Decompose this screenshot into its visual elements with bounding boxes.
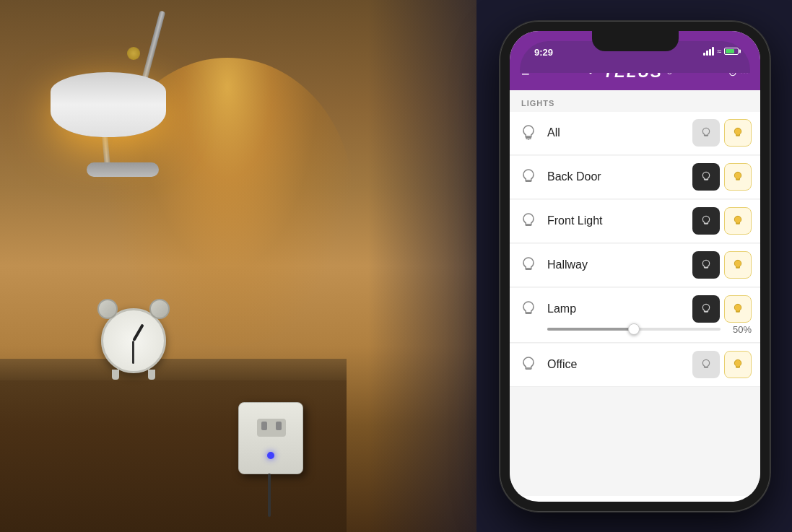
clock-bell-left <box>97 299 118 319</box>
light-item-frontlight: Front Light <box>510 200 760 243</box>
light-off-btn-lamp[interactable] <box>692 295 720 323</box>
light-off-btn-office[interactable] <box>692 351 720 378</box>
app-content: LIGHTS All <box>510 90 760 496</box>
background-photo <box>0 0 476 532</box>
plug-led-indicator <box>267 452 274 459</box>
phone-screen: 9:29 ≈ ≡ <box>510 31 760 502</box>
table-top <box>0 359 347 380</box>
battery-fill <box>726 49 734 53</box>
light-item-backdoor: Back Door <box>510 156 760 199</box>
light-off-btn-backdoor[interactable] <box>692 163 720 191</box>
light-item-office: Office <box>510 344 760 387</box>
light-item-all: All <box>510 112 760 155</box>
signal-icon <box>703 47 714 56</box>
light-on-btn-backdoor[interactable] <box>724 163 752 191</box>
battery-icon <box>724 48 739 55</box>
light-controls-frontlight <box>692 207 752 235</box>
alarm-clock <box>101 308 166 373</box>
clock-face <box>101 308 166 373</box>
clock-bell-right <box>149 299 170 319</box>
light-off-btn-all[interactable] <box>692 119 720 147</box>
light-controls-all <box>692 119 752 147</box>
light-controls-lamp <box>692 295 752 323</box>
phone-notch <box>592 31 679 51</box>
smart-plug <box>238 402 303 474</box>
clock-foot-left <box>112 370 119 380</box>
svg-rect-19 <box>736 311 740 312</box>
svg-rect-22 <box>736 367 740 367</box>
slider-thumb[interactable] <box>628 323 640 335</box>
outlet-slot-right <box>276 422 282 430</box>
svg-rect-16 <box>736 267 740 268</box>
light-controls-office <box>692 351 752 378</box>
svg-rect-10 <box>736 179 740 180</box>
svg-rect-7 <box>736 135 740 136</box>
brightness-row-lamp: 50% <box>518 324 752 335</box>
light-name-lamp: Lamp <box>547 302 692 315</box>
bulb-icon-office <box>518 354 539 375</box>
svg-rect-13 <box>736 223 740 224</box>
light-off-btn-hallway[interactable] <box>692 251 720 279</box>
minute-hand <box>132 341 134 364</box>
lights-section-header: LIGHTS <box>510 90 760 112</box>
photo-overlay <box>368 0 476 532</box>
smartphone: 9:29 ≈ ≡ <box>500 21 770 512</box>
status-icons: ≈ <box>703 47 739 56</box>
light-item-lamp: Lamp <box>510 288 760 343</box>
slider-fill <box>547 328 634 331</box>
brightness-slider-lamp[interactable] <box>547 328 721 331</box>
brightness-value-lamp: 50% <box>726 324 752 335</box>
lamp-head <box>51 72 166 137</box>
bulb-icon-backdoor <box>518 167 539 187</box>
bulb-icon-frontlight <box>518 211 539 231</box>
power-cord <box>268 474 271 517</box>
light-name-hallway: Hallway <box>547 258 692 271</box>
light-name-all: All <box>547 126 692 139</box>
light-on-btn-all[interactable] <box>724 119 752 147</box>
bulb-icon-all <box>518 123 539 143</box>
light-on-btn-frontlight[interactable] <box>724 207 752 235</box>
lamp-base <box>87 162 159 177</box>
bulb-icon-lamp <box>518 299 539 319</box>
light-item-hallway: Hallway <box>510 244 760 287</box>
svg-rect-4 <box>526 138 531 139</box>
phone-device: 9:29 ≈ ≡ <box>500 21 770 512</box>
light-off-btn-frontlight[interactable] <box>692 207 720 235</box>
lamp-joint1 <box>127 47 140 60</box>
light-on-btn-lamp[interactable] <box>724 295 752 323</box>
outlet <box>257 419 286 437</box>
bulb-icon-hallway <box>518 255 539 275</box>
light-name-frontlight: Front Light <box>547 214 692 227</box>
light-controls-hallway <box>692 251 752 279</box>
light-name-office: Office <box>547 358 692 371</box>
wifi-icon: ≈ <box>717 47 721 56</box>
clock-foot-right <box>148 370 155 380</box>
outlet-slot-left <box>261 422 267 430</box>
light-on-btn-office[interactable] <box>724 351 752 378</box>
light-on-btn-hallway[interactable] <box>724 251 752 279</box>
light-name-backdoor: Back Door <box>547 170 692 183</box>
hour-hand <box>132 323 144 341</box>
light-controls-backdoor <box>692 163 752 191</box>
